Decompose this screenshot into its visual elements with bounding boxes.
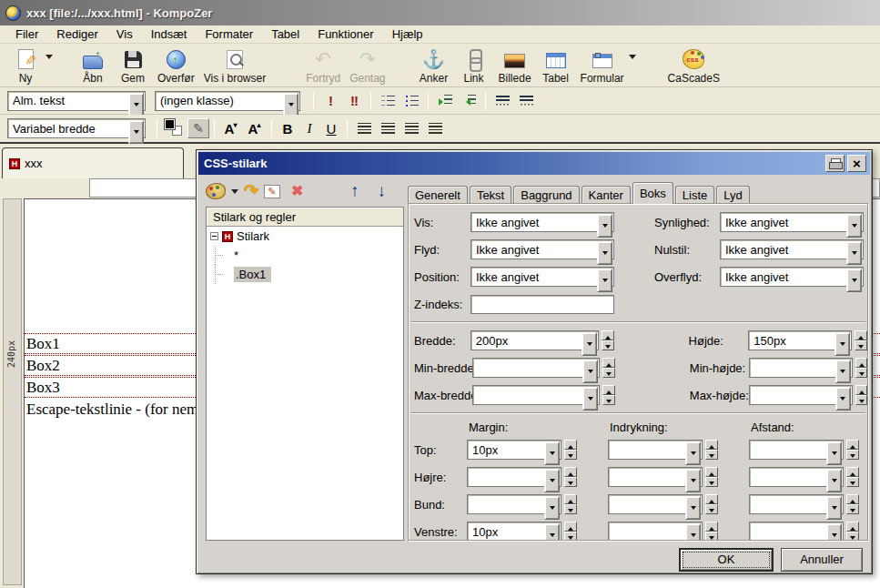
bullet-list-button[interactable] xyxy=(400,91,422,111)
top-spacing-select[interactable] xyxy=(749,440,844,460)
min-bredde-stepper[interactable] xyxy=(602,358,614,378)
table-button[interactable]: Tabel xyxy=(536,46,576,86)
form-dropdown-arrow-icon[interactable] xyxy=(629,55,636,63)
menu-hjaelp[interactable]: Hjælp xyxy=(384,26,431,42)
overflyd-select[interactable]: Ikke angivet xyxy=(720,267,864,287)
decrease-font-button[interactable]: A▾ xyxy=(220,118,242,138)
menu-indsaet[interactable]: Indsæt xyxy=(143,26,196,42)
tab-liste[interactable]: Liste xyxy=(675,186,714,204)
hojde-select[interactable]: 150px xyxy=(748,330,852,350)
spin-down-icon[interactable] xyxy=(564,532,577,541)
tree-item-star[interactable]: * xyxy=(207,246,403,265)
hojre-padding-select[interactable] xyxy=(608,467,703,487)
tab-baggrund[interactable]: Baggrund xyxy=(513,186,579,204)
menu-vis[interactable]: Vis xyxy=(108,26,141,42)
import-arrow-icon[interactable]: ↷ xyxy=(244,182,258,200)
bund-padding-stepper[interactable] xyxy=(705,494,718,514)
window-titlebar[interactable]: xxx [file:/.../xxx.html] - KompoZer xyxy=(0,0,880,25)
tree-item-box1[interactable]: .Box1 xyxy=(207,265,403,284)
top-padding-select[interactable] xyxy=(608,440,703,460)
spin-up-icon[interactable] xyxy=(705,494,718,504)
align-left-button[interactable] xyxy=(353,118,375,138)
venstre-padding-stepper[interactable] xyxy=(705,522,718,541)
spin-down-icon[interactable] xyxy=(564,504,577,514)
menu-rediger[interactable]: Rediger xyxy=(48,26,106,42)
spin-up-icon[interactable] xyxy=(602,358,614,368)
align-right-button[interactable] xyxy=(400,118,422,138)
css-class-select[interactable]: (ingen klasse) xyxy=(155,91,300,111)
spin-down-icon[interactable] xyxy=(855,368,867,378)
top-margin-stepper[interactable] xyxy=(564,440,577,460)
outdent-button[interactable] xyxy=(458,91,480,111)
spin-down-icon[interactable] xyxy=(705,477,718,487)
top-margin-select[interactable]: 10px xyxy=(467,440,561,460)
bund-spacing-select[interactable] xyxy=(749,494,844,514)
close-button[interactable]: × xyxy=(847,155,866,172)
foreground-color-swatch[interactable] xyxy=(165,119,175,129)
font-select[interactable]: Variabel bredde xyxy=(7,118,146,138)
bredde-stepper[interactable] xyxy=(602,330,614,350)
spin-down-icon[interactable] xyxy=(846,450,859,460)
hojre-margin-select[interactable] xyxy=(467,467,561,487)
align-center-button[interactable] xyxy=(377,118,399,138)
tab-generelt[interactable]: Generelt xyxy=(408,186,468,204)
venstre-spacing-stepper[interactable] xyxy=(846,522,859,541)
ok-button[interactable]: OK xyxy=(679,548,774,572)
text-color-picker[interactable] xyxy=(165,119,185,137)
spin-down-icon[interactable] xyxy=(705,504,718,514)
venstre-margin-select[interactable]: 10px xyxy=(467,522,561,541)
link-button[interactable]: Link xyxy=(454,46,494,86)
spin-down-icon[interactable] xyxy=(846,477,859,487)
menu-formater[interactable]: Formater xyxy=(197,26,261,42)
spin-up-icon[interactable] xyxy=(846,522,859,532)
edit-rule-icon[interactable]: ✎ xyxy=(264,185,280,198)
position-select[interactable]: Ikke angivet xyxy=(470,267,614,287)
underline-button[interactable]: U xyxy=(321,118,341,138)
spin-down-icon[interactable] xyxy=(564,450,577,460)
strong-emphasis-button[interactable]: !! xyxy=(343,91,365,111)
menu-funktioner[interactable]: Funktioner xyxy=(309,26,381,42)
spin-down-icon[interactable] xyxy=(602,340,614,350)
indent-button[interactable] xyxy=(434,91,456,111)
document-tab[interactable]: H xxx xyxy=(2,147,184,178)
bredde-select[interactable]: 200px xyxy=(470,330,599,350)
hojre-spacing-select[interactable] xyxy=(749,467,844,487)
tab-tekst[interactable]: Tekst xyxy=(470,186,511,204)
spin-up-icon[interactable] xyxy=(846,440,859,450)
tree-root-row[interactable]: H Stilark xyxy=(207,227,403,246)
spin-up-icon[interactable] xyxy=(602,385,614,395)
synlighed-select[interactable]: Ikke angivet xyxy=(720,212,864,232)
bold-button[interactable]: B xyxy=(278,118,298,138)
delete-rule-icon[interactable]: ✖ xyxy=(291,183,303,199)
menu-tabel[interactable]: Tabel xyxy=(263,26,308,42)
spin-up-icon[interactable] xyxy=(846,467,859,477)
top-spacing-stepper[interactable] xyxy=(846,440,859,460)
emphasis-button[interactable]: ! xyxy=(319,91,341,111)
zindeks-input[interactable] xyxy=(470,295,614,314)
venstre-spacing-select[interactable] xyxy=(749,522,844,541)
spin-down-icon[interactable] xyxy=(855,395,867,405)
nulstil-select[interactable]: Ikke angivet xyxy=(720,239,864,259)
spin-up-icon[interactable] xyxy=(564,494,577,504)
hojre-padding-stepper[interactable] xyxy=(705,467,718,487)
hojre-margin-stepper[interactable] xyxy=(564,467,577,487)
tab-boks[interactable]: Boks xyxy=(632,182,673,204)
paragraph-format-select[interactable]: Alm. tekst xyxy=(7,91,146,111)
hojde-stepper[interactable] xyxy=(855,330,867,350)
vis-select[interactable]: Ikke angivet xyxy=(470,212,614,232)
tab-lyd[interactable]: Lyd xyxy=(716,186,749,204)
max-bredde-stepper[interactable] xyxy=(602,385,614,405)
menu-filer[interactable]: Filer xyxy=(7,26,46,42)
spin-up-icon[interactable] xyxy=(564,522,577,532)
spin-up-icon[interactable] xyxy=(846,494,859,504)
spin-up-icon[interactable] xyxy=(602,330,614,340)
max-hojde-stepper[interactable] xyxy=(855,385,867,405)
highlight-color-button[interactable]: ✎ xyxy=(187,118,209,138)
hojre-spacing-stepper[interactable] xyxy=(846,467,859,487)
anchor-button[interactable]: ⚓ Anker xyxy=(414,46,454,86)
min-bredde-select[interactable] xyxy=(472,358,600,378)
publish-button[interactable]: Overfør xyxy=(153,46,199,86)
venstre-padding-select[interactable] xyxy=(608,522,703,541)
cancel-button[interactable]: Annuller xyxy=(781,548,863,572)
spin-down-icon[interactable] xyxy=(602,395,614,405)
